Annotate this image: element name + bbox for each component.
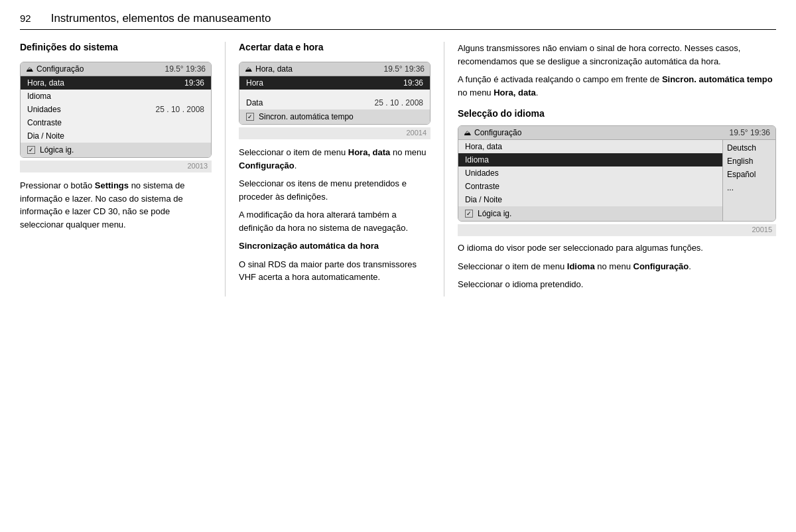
page-number: 92	[20, 13, 31, 24]
menu-item-hora-data-3[interactable]: Hora, data	[458, 140, 722, 153]
bold-hora-data-2: Hora, data	[494, 88, 536, 98]
settings-icon-2: ⛰	[245, 65, 252, 73]
col-left: Definições do sistema ⛰ Configuração 19.…	[20, 42, 226, 297]
screen-header-1: ⛰ Configuração 19.5° 19:36	[21, 62, 211, 76]
screen-info-3: 19.5° 19:36	[729, 128, 770, 137]
screen-info-2: 19.5° 19:36	[383, 64, 425, 74]
screen-idioma: ⛰ Configuração 19.5° 19:36 Hora, data Id…	[458, 125, 776, 222]
menu-label: Dia / Noite	[27, 131, 64, 141]
screen-body-1: Hora, data 19:36 Idioma Unidades 25 . 10…	[21, 76, 211, 157]
checkbox-icon-1: ✓ Lógica ig.	[27, 145, 74, 155]
screen-body-3: Hora, data Idioma Unidades Contraste Dia	[458, 140, 775, 221]
right-para-2: A função é activada realçando o campo em…	[458, 73, 776, 99]
screen-title-1: ⛰ Configuração	[26, 64, 84, 74]
checkbox-box-1: ✓	[27, 146, 35, 154]
menu-item-sincron[interactable]: ✓ Sincron. automática tempo	[239, 109, 430, 124]
checkbox-box-3: ✓	[465, 210, 473, 218]
menu-value: 19:36	[403, 78, 423, 88]
menu-item-unidades-1[interactable]: Unidades 25 . 10 . 2008	[21, 103, 211, 116]
menu-label: Unidades	[27, 105, 61, 114]
left-heading: Definições do sistema	[20, 42, 212, 52]
screen-number-1: 20013	[20, 161, 212, 172]
middle-para-1: Seleccionar o item de menu Hora, data no…	[239, 146, 431, 172]
middle-para-4: O sinal RDS da maior parte dos transmiss…	[239, 258, 431, 284]
menu-item-hora[interactable]: Hora 19:36	[239, 76, 430, 90]
screen-configuracao: ⛰ Configuração 19.5° 19:36 Hora, data 19…	[20, 62, 212, 158]
menu-item-idioma-3[interactable]: Idioma	[458, 153, 722, 166]
middle-heading: Acertar data e hora	[239, 42, 431, 52]
right-text-block: Alguns transmissores não enviam o sinal …	[458, 42, 776, 99]
menu-label: Contraste	[465, 182, 499, 191]
right-para-5: Seleccionar o idioma pretendido.	[458, 278, 776, 291]
checkbox-label-3: Lógica ig.	[478, 209, 511, 218]
bold-sincron-auto: Sincron. automática tempo	[662, 74, 773, 84]
menu-label: Idioma	[27, 92, 51, 101]
menu-value: 25 . 10 . 2008	[156, 105, 204, 114]
screen-body-2: Hora 19:36 Data 25 . 10 . 2008 ✓ Sincron…	[239, 76, 430, 124]
screen-header-2: ⛰ Hora, data 19.5° 19:36	[239, 62, 430, 76]
screen-header-3: ⛰ Configuração 19.5° 19:36	[458, 126, 775, 140]
middle-body-text: Seleccionar o item de menu Hora, data no…	[239, 146, 431, 284]
menu-item-logica-3[interactable]: ✓ Lógica ig.	[458, 206, 722, 221]
menu-label: Hora, data	[27, 78, 64, 88]
lang-espanol[interactable]: Español	[727, 168, 771, 180]
menu-item-contraste-1[interactable]: Contraste	[21, 116, 211, 129]
menu-value: 25 . 10 . 2008	[375, 98, 423, 107]
bold-settings: Settings	[95, 180, 129, 190]
col-right: Alguns transmissores não enviam o sinal …	[444, 42, 776, 297]
menu-item-contraste-3[interactable]: Contraste	[458, 180, 722, 193]
bold-configuracao-1: Configuração	[239, 161, 295, 170]
menu-label: Hora	[246, 78, 263, 88]
col-middle: Acertar data e hora ⛰ Hora, data 19.5° 1…	[226, 42, 444, 297]
menu-item-unidades-3[interactable]: Unidades	[458, 166, 722, 180]
lang-deutsch[interactable]: Deutsch	[727, 142, 771, 154]
middle-para-2: Seleccionar os itens de menu pretendidos…	[239, 177, 431, 203]
screen-title-label-2: Hora, data	[255, 64, 293, 74]
menu-label: Data	[246, 98, 263, 107]
screen-hora-data: ⛰ Hora, data 19.5° 19:36 Hora 19:36 Data…	[239, 62, 431, 125]
menu-item-dia-noite-1[interactable]: Dia / Noite	[21, 129, 211, 143]
right-para-1: Alguns transmissores não enviam o sinal …	[458, 42, 776, 68]
page-header: 92 Instrumentos, elementos de manuseamen…	[20, 12, 776, 30]
menu-item-data[interactable]: Data 25 . 10 . 2008	[239, 96, 430, 109]
bold-configuracao-2: Configuração	[633, 261, 689, 271]
menu-item-spacer	[239, 90, 430, 96]
right-text-block-2: O idioma do visor pode ser seleccionado …	[458, 241, 776, 291]
screen-lang-options: Deutsch English Español ...	[722, 140, 775, 221]
screen-number-3: 20015	[458, 224, 776, 236]
menu-label: Unidades	[465, 168, 499, 178]
menu-value: 19:36	[184, 78, 204, 88]
left-para-1: Pressionar o botão Settings no sistema d…	[20, 179, 212, 231]
screen-title-label-1: Configuração	[36, 64, 84, 74]
settings-icon-1: ⛰	[26, 65, 33, 73]
right-para-4: Seleccionar o item de menu Idioma no men…	[458, 260, 776, 273]
menu-item-dia-noite-3[interactable]: Dia / Noite	[458, 193, 722, 206]
menu-label: Dia / Noite	[465, 195, 502, 204]
screen-title-label-3: Configuração	[474, 128, 521, 137]
checkbox-label-2: Sincron. automática tempo	[259, 112, 354, 121]
screen-title-3: ⛰ Configuração	[464, 128, 521, 137]
screen-left-menu: Hora, data Idioma Unidades Contraste Dia	[458, 140, 722, 221]
checkbox-icon-2: ✓ Sincron. automática tempo	[246, 112, 354, 121]
lang-english[interactable]: English	[727, 155, 771, 167]
right-para-3: O idioma do visor pode ser seleccionado …	[458, 241, 776, 255]
menu-label: Hora, data	[465, 142, 502, 151]
checkbox-icon-3: ✓ Lógica ig.	[465, 209, 511, 218]
middle-subheading: Sincronização automática da hora	[239, 239, 431, 253]
page-title: Instrumentos, elementos de manuseamento	[51, 12, 271, 25]
bold-sincronizacao: Sincronização automática da hora	[239, 241, 379, 251]
checkbox-label-1: Lógica ig.	[40, 145, 74, 155]
right-subheading: Selecção do idioma	[458, 108, 776, 119]
screen-info-1: 19.5° 19:36	[165, 64, 206, 74]
menu-label: Contraste	[27, 118, 62, 127]
left-body-text: Pressionar o botão Settings no sistema d…	[20, 179, 212, 231]
menu-label: Idioma	[465, 155, 489, 165]
menu-item-logica-1[interactable]: ✓ Lógica ig.	[21, 143, 211, 157]
lang-more: ...	[727, 182, 771, 194]
screen-number-2: 20014	[239, 127, 431, 139]
menu-item-idioma-1[interactable]: Idioma	[21, 90, 211, 103]
bold-idioma: Idioma	[567, 261, 595, 271]
screen-title-2: ⛰ Hora, data	[245, 64, 293, 74]
menu-item-hora-data-1[interactable]: Hora, data 19:36	[21, 76, 211, 90]
page-container: 92 Instrumentos, elementos de manuseamen…	[0, 0, 796, 308]
